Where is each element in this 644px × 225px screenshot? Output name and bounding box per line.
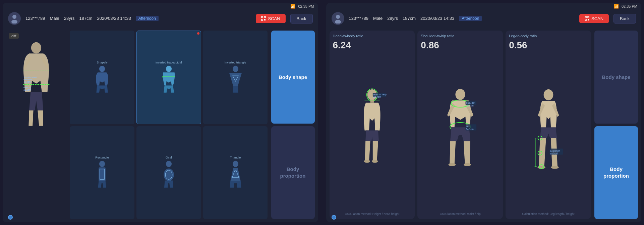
bottom-indicator-left [8,215,13,220]
header-left: 123***789 Male 28yrs 187cm 2020/03/23 14… [3,10,318,27]
svg-rect-35 [588,16,589,18]
time-right: 02:35 PM [622,4,637,8]
shape-label-rect: Rectangle [95,156,109,159]
svg-point-26 [166,161,172,167]
shape-label-tri: Triangle [230,156,241,159]
right-nav-right: Body shape Body proportion [594,31,638,219]
shape-inv-triangle[interactable]: Inverted triangle [203,31,268,124]
shape-triangle[interactable]: Triangle [203,126,268,219]
height-left: 187cm [79,16,93,21]
ratio-card-shoulder: Shoulder-to-hip ratio 0.86 [417,31,503,219]
date-left: 2020/03/23 14:33 [97,16,131,21]
svg-text:Shoulder: Shoulder [466,102,475,104]
time-left: 02:35 PM [298,4,314,8]
svg-point-32 [336,15,340,19]
date-right: 2020/03/23 14:33 [420,16,454,21]
diff-badge: diff [9,33,19,39]
svg-point-47 [455,89,465,100]
nav-body-proportion-right[interactable]: Body proportion [594,126,638,219]
user-id-right: 123***789 [349,16,369,21]
svg-rect-3 [264,16,266,18]
svg-marker-30 [230,168,241,181]
ratio-cards: Head-to-body ratio 6.24 [330,31,591,219]
svg-point-1 [11,20,17,24]
svg-text:Shoulder-waist: Shoulder-waist [23,76,37,78]
calc-method-shoulder: Calculation method: waist / hip [421,212,500,216]
header-right: 123***789 Male 28yrs 187cm 2020/03/23 14… [326,10,642,27]
svg-marker-20 [229,73,241,86]
age-left: 28yrs [64,16,75,21]
tag-right: Afternoon [459,16,482,21]
svg-point-29 [233,161,238,167]
ratio-title-head: Head-to-body ratio [333,34,412,38]
svg-text:24.7cm: 24.7cm [373,95,382,98]
avatar-right [332,12,344,25]
svg-text:84.5cm: 84.5cm [550,152,558,154]
active-dot [197,32,199,35]
svg-rect-34 [585,16,586,18]
tag-left: Afternoon [136,16,159,21]
svg-point-23 [99,161,105,167]
back-button-right[interactable]: Back [613,14,636,24]
scan-button-left[interactable]: SCAN [256,14,285,23]
svg-point-42 [372,160,378,163]
ratio-figure-head: head full height 24.7cm [333,53,412,211]
svg-point-14 [99,66,105,72]
user-info-right: 123***789 Male 28yrs 187cm 2020/03/23 14… [349,16,575,21]
ratio-card-leg: Leg-to-body ratio 0.56 [506,31,591,219]
svg-text:23.8cm: 23.8cm [23,89,31,91]
svg-point-58 [543,89,553,100]
svg-text:79.3cm: 79.3cm [466,104,474,106]
height-right: 187cm [403,16,416,21]
back-button-left[interactable]: Back [290,14,313,24]
main-right: Head-to-body ratio 6.24 [326,27,642,222]
ratio-value-leg: 0.56 [509,40,588,51]
ratio-title-leg: Leg-to-body ratio [509,34,588,38]
shape-rectangle[interactable]: Rectangle [70,126,134,219]
shape-shapely[interactable]: Shapely [70,31,134,124]
svg-point-59 [537,166,545,169]
shape-label-inv-tri: Inverted triangle [225,61,246,64]
svg-point-0 [12,15,16,19]
scan-label-right: SCAN [591,16,603,21]
ratio-value-head: 6.24 [333,40,412,51]
shape-inverted-trap[interactable]: inverted trapezoidal [136,31,201,124]
svg-point-15 [166,66,172,72]
svg-point-6 [31,42,41,54]
nav-body-proportion-left[interactable]: Body proportion [271,126,315,219]
scan-label-left: SCAN [268,16,280,21]
svg-text:18.4cm: 18.4cm [23,81,31,83]
user-info-left: 123***789 Male 28yrs 187cm 2020/03/23 14… [25,16,251,21]
bottom-indicator-right [332,215,336,220]
svg-text:94.1cm: 94.1cm [466,128,474,130]
age-right: 28yrs [387,16,398,21]
wifi-icon-left: 📶 [290,4,295,9]
calc-method-leg: Calculation method: Leg length / height [509,212,588,216]
shape-label-inv-trap: inverted trapezoidal [156,61,182,64]
svg-point-50 [448,163,456,166]
status-bar-left: 📶 02:35 PM [3,3,318,10]
ratio-title-shoulder: Shoulder-to-hip ratio [421,34,500,38]
left-screen: 📶 02:35 PM 123***789 Male 28yrs 187cm 20… [3,3,318,222]
scan-button-right[interactable]: SCAN [579,14,609,23]
user-id-left: 123***789 [25,16,45,21]
svg-rect-36 [585,19,586,20]
right-screen: 📶 02:35 PM 123***789 Male 28yrs 187cm 20… [326,3,642,222]
svg-rect-40 [370,99,374,102]
status-bar-right: 📶 02:35 PM [326,3,642,10]
gender-left: Male [50,16,59,21]
shape-oval[interactable]: Oval [136,126,201,219]
svg-rect-4 [261,19,263,20]
nav-body-shape-left[interactable]: Body shape [271,31,315,124]
shape-grid: Shapely inverted trapezoidal [70,31,268,219]
shape-label-oval: Oval [166,156,172,159]
svg-point-51 [464,163,471,166]
wifi-icon-right: 📶 [614,4,619,9]
shape-label-shapely: Shapely [97,61,108,64]
svg-rect-5 [264,19,266,20]
body-figure-left: Shoulder-waist difference 18.4cm waist-h… [11,40,61,127]
svg-rect-2 [261,16,263,18]
svg-point-41 [364,160,370,163]
nav-body-shape-right[interactable]: Body shape [594,31,638,124]
svg-point-19 [233,66,238,72]
